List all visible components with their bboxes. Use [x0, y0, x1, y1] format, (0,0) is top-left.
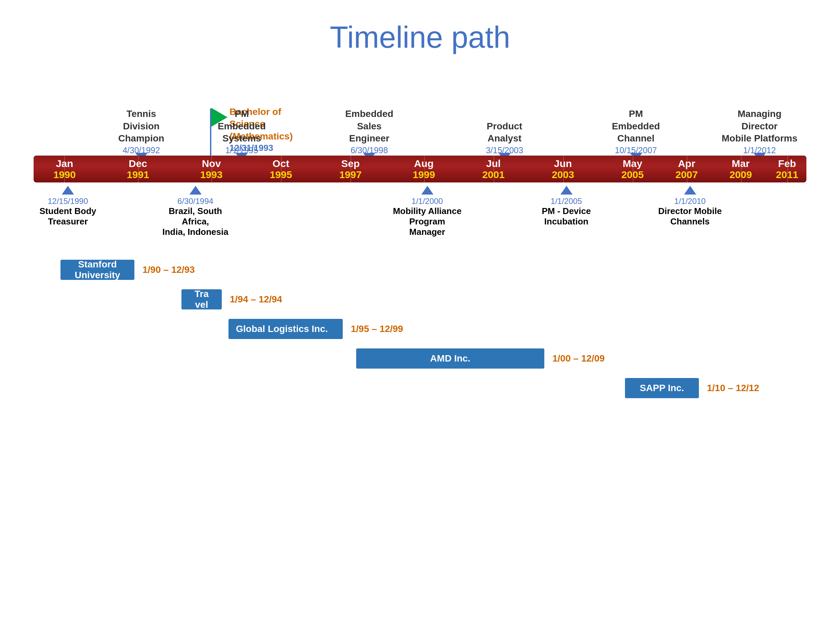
company-row-amd: AMD Inc. 1/00 – 12/09: [33, 349, 807, 369]
product-analyst-title: Product Analyst: [478, 120, 532, 145]
above-event-embedded-sales: Embedded Sales Engineer 6/30/1998: [336, 108, 403, 156]
tick-oct1995: [281, 156, 281, 182]
graduation-flag: Bachelor of Science (Mathematics) 12/31/…: [210, 109, 212, 156]
global-logistics-range: 1/95 – 12/99: [351, 324, 403, 334]
pm-device-date: 1/1/2005: [533, 197, 600, 206]
pm-device-name: PM - Device Incubation: [533, 206, 600, 227]
above-labels-area: Bachelor of Science (Mathematics) 12/31/…: [33, 68, 807, 156]
mobility-date: 1/1/2000: [390, 197, 464, 206]
label-jan1990: Jan 1990: [54, 158, 76, 180]
above-event-managing-director: Managing Director Mobile Platforms 1/1/2…: [719, 108, 800, 156]
mobility-arrow: [422, 186, 433, 194]
brazil-arrow: [189, 186, 202, 194]
pm-embedded-title: PM Embedded Systems: [215, 108, 268, 144]
below-event-brazil: 6/30/1994 Brazil, South Africa, India, I…: [155, 186, 236, 237]
timeline-container: Bachelor of Science (Mathematics) 12/31/…: [33, 68, 807, 398]
embedded-sales-title: Embedded Sales Engineer: [336, 108, 403, 144]
stanford-range: 1/90 – 12/93: [142, 264, 195, 275]
director-mobile-arrow: [684, 186, 696, 194]
sapp-range: 1/10 – 12/12: [707, 383, 759, 393]
company-bars-area: Stanford University 1/90 – 12/93 Tra vel…: [33, 260, 807, 398]
tennis-title: Tennis Division Champion: [115, 108, 168, 144]
company-row-stanford: Stanford University 1/90 – 12/93: [33, 260, 807, 280]
tick-mar2009: [741, 156, 742, 182]
tick-dec1991: [138, 156, 139, 182]
travel-range: 1/94 – 12/94: [230, 294, 282, 305]
tick-may2005: [633, 156, 633, 182]
managing-director-title: Managing Director Mobile Platforms: [719, 108, 800, 144]
below-event-mobility: 1/1/2000 Mobility Alliance Program Manag…: [390, 186, 464, 237]
tick-nov1993: [212, 156, 212, 182]
above-event-pm-embedded: PM Embedded Systems 1/1/1995: [215, 108, 268, 156]
amd-box: AMD Inc.: [356, 349, 544, 369]
student-body-date: 12/15/1990: [34, 197, 101, 206]
brazil-date: 6/30/1994: [155, 197, 236, 206]
stanford-box: Stanford University: [60, 260, 134, 280]
company-row-sapp: SAPP Inc. 1/10 – 12/12: [33, 378, 807, 398]
below-labels-area: 12/15/1990 Student Body Treasurer 6/30/1…: [33, 186, 807, 253]
director-mobile-name: Director Mobile Channels: [657, 206, 724, 227]
global-logistics-box: Global Logistics Inc.: [229, 319, 343, 339]
flag-pole: [210, 109, 212, 156]
tick-feb2011: [787, 156, 788, 182]
company-row-travel: Tra vel 1/94 – 12/94: [33, 289, 807, 309]
amd-range: 1/00 – 12/09: [553, 353, 605, 364]
below-event-director-mobile: 1/1/2010 Director Mobile Channels: [657, 186, 724, 227]
page-title: Timeline path: [0, 0, 840, 68]
sapp-box: SAPP Inc.: [625, 378, 699, 398]
student-body-arrow: [62, 186, 74, 194]
below-event-pm-device: 1/1/2005 PM - Device Incubation: [533, 186, 600, 227]
timeline-bar: Jan 1990 Dec 1991 Nov 1993 Oct 1995 Sep …: [33, 156, 807, 182]
below-event-student-body: 12/15/1990 Student Body Treasurer: [34, 186, 101, 227]
company-row-global-logistics: Global Logistics Inc. 1/95 – 12/99: [33, 319, 807, 339]
brazil-name: Brazil, South Africa, India, Indonesia: [155, 206, 236, 237]
tick-jul2001: [494, 156, 494, 182]
tick-sep1997: [351, 156, 351, 182]
tick-apr2007: [687, 156, 687, 182]
mobility-name: Mobility Alliance Program Manager: [390, 206, 464, 237]
student-body-name: Student Body Treasurer: [34, 206, 101, 227]
pm-channel-title: PM Embedded Channel: [606, 108, 666, 144]
above-event-product-analyst: Product Analyst 3/15/2003: [478, 120, 532, 156]
above-event-tennis: Tennis Division Champion 4/30/1992: [115, 108, 168, 156]
above-event-pm-embedded-channel: PM Embedded Channel 10/15/2007: [606, 108, 666, 156]
tick-jun2003: [563, 156, 564, 182]
tick-aug1999: [424, 156, 425, 182]
pm-device-arrow: [561, 186, 573, 194]
director-mobile-date: 1/1/2010: [657, 197, 724, 206]
travel-box: Tra vel: [182, 289, 222, 309]
